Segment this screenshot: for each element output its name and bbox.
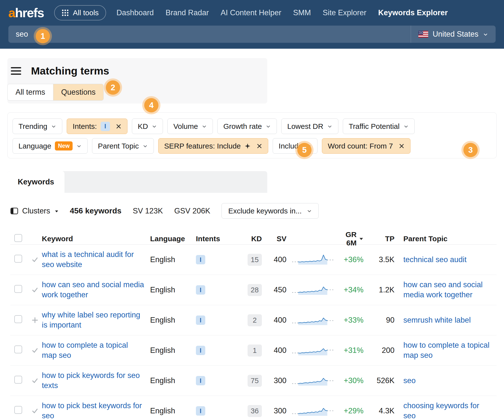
filter-volume[interactable]: Volume [167,119,213,134]
filter-kd[interactable]: KD [132,119,163,134]
keywords-count: 456 keywords [70,206,122,215]
keyword-link[interactable]: why white label seo reporting is importa… [42,311,140,329]
check-icon[interactable] [28,286,42,294]
tab-all-terms[interactable]: All terms [8,84,53,100]
tab-keywords[interactable]: Keywords [7,171,64,193]
filter-label: Word count: From 7 [328,142,393,150]
filter-lowest-dr[interactable]: Lowest DR [281,119,338,134]
col-gr-6m[interactable]: GR 6M [337,230,363,247]
tp-value: 1.2K [379,285,394,294]
keywords-table: Keyword Language Intents KD SV GR 6M TP … [7,230,497,420]
language-cell: English [150,255,196,264]
clusters-dropdown[interactable]: Clusters [10,207,59,215]
keyword-link[interactable]: how to pick best keywords for seo [42,401,142,420]
annotation-badge-1: 1 [36,29,50,43]
row-checkbox[interactable] [14,406,22,414]
language-cell: English [150,406,196,415]
kd-value: 28 [248,284,262,296]
filter-parent-topic[interactable]: Parent Topic [92,138,154,154]
parent-topic-link[interactable]: choosing keywords for seo [403,401,479,420]
trend-sparkline [286,403,337,419]
language-cell: English [150,376,196,385]
col-sv[interactable]: SV [277,235,286,243]
filter-label: Trending [18,122,47,131]
trend-sparkline [286,312,337,328]
sv-value: 400 [274,316,286,325]
row-checkbox[interactable] [14,315,22,323]
select-all-checkbox[interactable] [14,234,22,242]
keyword-link[interactable]: what is a technical audit for seo websit… [42,250,134,269]
parent-topic-link[interactable]: how can seo and social media work togeth… [403,280,483,299]
filter-label: Language [18,142,51,150]
keyword-link[interactable]: how to complete a topical map seo [42,341,128,360]
ahrefs-logo[interactable]: a hrefs [8,5,44,20]
tp-value: 4.3K [379,406,394,415]
annotation-badge-5: 5 [297,143,312,157]
filter-trending[interactable]: Trending [13,119,62,134]
filter-language[interactable]: LanguageNew [13,138,88,154]
row-checkbox[interactable] [14,345,22,353]
col-parent-topic[interactable]: Parent Topic [394,235,497,243]
annotation-badge-2: 2 [106,80,120,95]
nav-item-smm[interactable]: SMM [293,8,311,17]
filter-label: Traffic Potential [349,122,400,131]
matching-terms-panel: Matching terms All termsQuestions [7,58,267,104]
filter-growth-rate[interactable]: Growth rate [217,119,277,134]
chevron-down-icon [142,144,148,149]
check-icon[interactable] [28,377,42,385]
check-icon[interactable] [28,407,42,415]
col-intents[interactable]: Intents [196,235,235,243]
check-icon[interactable] [28,256,42,264]
filter-serp-features-include[interactable]: SERP features: Include [158,138,268,154]
table-row: what is a technical audit for seo websit… [10,245,497,275]
table-row: how to complete a topical map seo Englis… [10,335,497,366]
nav-item-brand-radar[interactable]: Brand Radar [166,8,209,17]
caret-down-icon [55,210,59,213]
row-checkbox[interactable] [14,255,22,263]
intent-badge: I [196,255,205,264]
chevron-down-icon [152,124,157,129]
col-keyword[interactable]: Keyword [42,235,150,243]
keyword-search-bar[interactable]: seo United States [8,26,496,43]
chevron-down-icon [483,32,488,37]
trend-sparkline [286,282,337,298]
exclude-keywords-label: Exclude keywords in... [228,207,301,215]
menu-icon[interactable] [11,67,21,75]
filter-traffic-potential[interactable]: Traffic Potential [343,119,415,134]
nav-item-keywords-explorer[interactable]: Keywords Explorer [378,8,448,17]
exclude-keywords-button[interactable]: Exclude keywords in... [221,203,318,219]
nav-item-dashboard[interactable]: Dashboard [116,8,154,17]
check-icon[interactable] [28,346,42,354]
remove-filter-word-count-from-7-icon[interactable] [399,143,405,149]
row-checkbox[interactable] [14,376,22,384]
filter-intents[interactable]: Intents:I [67,119,127,134]
filter-word-count-from-7[interactable]: Word count: From 7 [322,138,410,154]
remove-filter-intents-icon[interactable] [116,123,122,129]
col-tp[interactable]: TP [385,235,394,243]
nav-item-site-explorer[interactable]: Site Explorer [323,8,366,17]
annotation-badge-4: 4 [144,98,158,112]
country-selector[interactable]: United States [411,26,496,43]
all-tools-label: All tools [73,9,99,17]
col-language[interactable]: Language [150,235,196,243]
parent-topic-link[interactable]: seo [403,376,416,385]
new-badge: New [55,141,72,150]
row-checkbox[interactable] [14,285,22,293]
col-kd[interactable]: KD [251,235,262,243]
search-query[interactable]: seo [8,30,411,39]
remove-filter-serp-features-include-icon[interactable] [256,143,262,149]
all-tools-button[interactable]: All tools [54,5,106,20]
annotation-badge-3: 3 [463,143,478,157]
add-to-list-icon[interactable] [28,316,42,324]
tab-questions[interactable]: Questions [53,84,104,100]
keyword-link[interactable]: how can seo and social media work togeth… [42,280,144,299]
chevron-down-icon [327,124,332,129]
parent-topic-link[interactable]: semrush white label [403,316,471,324]
chevron-down-icon [202,124,207,129]
language-cell: English [150,316,196,325]
keyword-link[interactable]: how to pick keywords for seo texts [42,371,140,390]
nav-item-ai-content-helper[interactable]: AI Content Helper [221,8,281,17]
parent-topic-link[interactable]: how to complete a topical map seo [403,341,489,360]
parent-topic-link[interactable]: technical seo audit [403,255,467,264]
growth-value: +34% [344,285,363,294]
